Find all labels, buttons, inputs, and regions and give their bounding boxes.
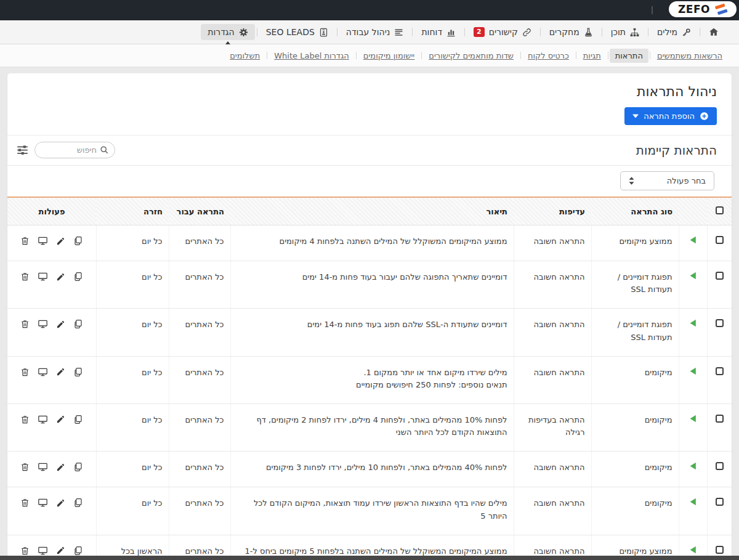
filter-sliders-icon[interactable] [16, 144, 29, 156]
monitor-icon[interactable] [38, 367, 48, 377]
nav-item-home[interactable] [702, 24, 725, 40]
monitor-icon[interactable] [38, 415, 48, 424]
monitor-icon[interactable] [38, 462, 48, 472]
row-checkbox[interactable] [716, 319, 724, 327]
section-title: התראות קיימות [636, 143, 717, 158]
green-arrow-left-icon [689, 319, 697, 328]
nav-item-work-management[interactable]: ניהול עבודה [339, 24, 411, 40]
subnav-white-label-settings[interactable]: הגדרות White Label [269, 49, 355, 63]
gear-icon [239, 28, 248, 37]
pencil-icon[interactable] [56, 320, 65, 329]
row-checkbox[interactable] [716, 367, 724, 375]
links-count-badge: 2 [474, 27, 485, 37]
row-actions [14, 367, 90, 377]
search-box [34, 142, 115, 158]
trash-icon[interactable] [20, 367, 30, 377]
brand-logo[interactable]: ZEFO [669, 1, 737, 17]
cell-repeat: כל יום [96, 356, 169, 404]
copy-icon[interactable] [73, 462, 83, 472]
monitor-icon[interactable] [38, 498, 48, 508]
add-alert-button[interactable]: הוספת התראה [624, 107, 717, 125]
trash-icon[interactable] [20, 498, 30, 508]
cell-alert-type: מיקומים [591, 404, 679, 451]
subnav-tags[interactable]: תגיות [578, 49, 607, 63]
cell-description: לפחות 10% מהמילים באתר, ולפחות 4 מילים, … [230, 404, 514, 451]
divider [576, 52, 576, 59]
trash-icon[interactable] [20, 319, 30, 329]
cell-alert-for: כל האתרים [169, 487, 230, 535]
table-row: מיקומים התראה חשובה מילים שהיו בדף התוצא… [7, 487, 732, 535]
cell-priority: התראה חשובה [514, 487, 591, 535]
copy-icon[interactable] [73, 546, 83, 556]
copy-icon[interactable] [73, 415, 83, 424]
zefo-logo-icon [714, 3, 729, 15]
plus-circle-icon [700, 112, 709, 121]
copy-icon[interactable] [73, 319, 83, 329]
table-row: מיקומים התראה בעדיפות רגילה לפחות 10% מה… [7, 404, 732, 451]
trash-icon[interactable] [20, 272, 30, 282]
bulk-actions-row: בחר פעולה [7, 166, 732, 198]
nav-item-label: מחקרים [549, 27, 579, 37]
subnav-user-permissions[interactable]: הרשאות משתמשים [652, 49, 728, 63]
monitor-icon[interactable] [38, 546, 48, 556]
copy-icon[interactable] [73, 236, 83, 246]
nav-item-reports[interactable]: דוחות [414, 24, 462, 40]
nav-item-settings[interactable]: הגדרות [201, 24, 254, 40]
pencil-icon[interactable] [56, 237, 65, 246]
pencil-icon[interactable] [56, 367, 65, 376]
nav-item-words[interactable]: מילים [650, 24, 698, 40]
cell-priority: התראה בעדיפות רגילה [514, 404, 591, 451]
monitor-icon[interactable] [38, 272, 48, 282]
pencil-icon[interactable] [56, 546, 65, 555]
pencil-icon[interactable] [56, 415, 65, 424]
row-checkbox[interactable] [716, 415, 724, 423]
trash-icon[interactable] [20, 546, 30, 556]
monitor-icon[interactable] [38, 319, 48, 329]
monitor-icon[interactable] [38, 236, 48, 246]
nav-item-label: SEO LEADS [266, 27, 315, 37]
copy-icon[interactable] [73, 367, 83, 377]
trash-icon[interactable] [20, 415, 30, 424]
row-checkbox[interactable] [716, 236, 724, 244]
copy-icon[interactable] [73, 272, 83, 282]
nav-item-seo-leads[interactable]: SEO LEADS [259, 24, 335, 40]
cell-repeat: כל יום [96, 452, 169, 487]
pencil-icon[interactable] [56, 272, 65, 282]
table-row: תפוגת דומיינים / תעודות SSL התראה חשובה … [7, 309, 732, 356]
search-input[interactable] [41, 145, 97, 155]
select-all-checkbox[interactable] [716, 206, 724, 214]
divider [267, 52, 267, 59]
table-header-row: סוג התראה עדיפות תיאור התראה עבור חזרה פ… [7, 198, 732, 225]
pencil-icon[interactable] [56, 463, 65, 472]
trash-icon[interactable] [20, 462, 30, 472]
cell-alert-for: כל האתרים [169, 261, 230, 309]
row-checkbox[interactable] [716, 546, 724, 554]
nav-item-content[interactable]: תוכן [604, 24, 646, 40]
row-checkbox[interactable] [716, 272, 724, 280]
col-header-repeat: חזרה [96, 198, 169, 225]
subnav-positions-widget[interactable]: יישומון מיקומים [358, 49, 420, 63]
nav-item-links[interactable]: קישורים 2 [467, 24, 538, 40]
nav-item-research[interactable]: מחקרים [543, 24, 600, 40]
row-checkbox[interactable] [716, 498, 724, 506]
trash-icon[interactable] [20, 236, 30, 246]
divider [540, 28, 541, 36]
subnav-alerts[interactable]: התראות [610, 49, 648, 63]
cell-alert-for: כל האתרים [169, 225, 230, 261]
link-icon [522, 28, 531, 37]
bulk-action-select[interactable]: בחר פעולה [620, 171, 714, 190]
cell-description: מילים שירדו מיקום אחד או יותר ממקום 1. ת… [230, 356, 514, 404]
nav-item-label: הגדרות [208, 27, 234, 37]
copy-icon[interactable] [73, 498, 83, 508]
subnav-custom-link-fields[interactable]: שדות מותאמים לקישורים [423, 49, 519, 63]
cell-priority: התראה חשובה [514, 356, 591, 404]
row-checkbox[interactable] [716, 462, 724, 470]
nav-item-label: קישורים [489, 27, 518, 37]
green-arrow-left-icon [689, 271, 697, 280]
subnav-payments[interactable]: תשלומים [224, 49, 265, 63]
divider [700, 28, 700, 36]
subnav-client-card[interactable]: כרטיס לקוח [522, 49, 575, 63]
pencil-icon[interactable] [56, 498, 65, 508]
page-title: ניהול התראות [22, 84, 717, 99]
nav-item-label: דוחות [421, 27, 442, 37]
